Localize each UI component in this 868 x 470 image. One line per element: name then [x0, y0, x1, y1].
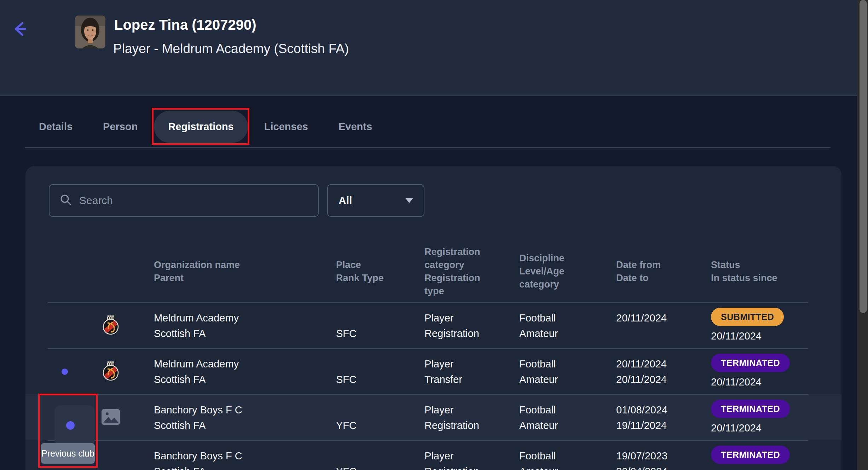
in-status-since: 20/11/2024	[711, 374, 762, 390]
table-row[interactable]: Banchory Boys F C Scottish FA YFC Player…	[48, 394, 808, 440]
previous-club-indicator-hover[interactable]	[54, 405, 95, 446]
discipline-cell: Football Amateur	[519, 441, 616, 470]
indicator-cell	[48, 303, 82, 348]
search-field[interactable]	[49, 184, 319, 217]
in-status-since: 20/11/2024	[711, 328, 762, 344]
page-subtitle: Player - Meldrum Academy (Scottish FA)	[113, 40, 349, 58]
left-arrow-icon	[13, 21, 31, 40]
tabs-divider	[25, 147, 831, 148]
status-badge: TERMINATED	[711, 354, 790, 372]
vertical-scrollbar-thumb[interactable]	[860, 0, 867, 313]
organization-cell: Banchory Boys F C Scottish FA	[154, 395, 336, 440]
page-header: Lopez Tina (1207290) Player - Meldrum Ac…	[0, 0, 868, 96]
column-header-status: Status In status since	[711, 240, 808, 302]
filter-dropdown-value: All	[338, 195, 405, 207]
registration-cell: Player Transfer	[424, 349, 519, 394]
tab-person[interactable]: Person	[89, 111, 152, 143]
column-header-dates: Date from Date to	[616, 240, 711, 302]
column-header-discipline: Discipline Level/Age category	[519, 240, 582, 302]
in-status-since: 20/11/2024	[711, 420, 762, 436]
status-badge: SUBMITTED	[711, 308, 784, 326]
club-logo-cell	[82, 303, 154, 348]
discipline-cell: Football Amateur	[519, 303, 616, 348]
tab-events[interactable]: Events	[324, 111, 386, 143]
previous-club-dot	[62, 369, 68, 375]
place-cell: YFC	[336, 395, 424, 440]
status-cell: TERMINATED 20/11/2024	[711, 349, 808, 394]
page-title: Lopez Tina (1207290)	[114, 16, 256, 34]
registrations-panel: All Organization name Parent Place Rank …	[25, 166, 841, 470]
dates-cell: 19/07/2023 30/04/2024	[616, 441, 711, 470]
table-row[interactable]: Meldrum Academy Scottish FA SFC Player R…	[48, 302, 808, 348]
organization-cell: Meldrum Academy Scottish FA	[154, 303, 336, 348]
meldrum-academy-crest-icon	[103, 361, 119, 382]
registrations-table: Organization name Parent Place Rank Type…	[48, 240, 808, 470]
status-badge: TERMINATED	[711, 446, 790, 464]
player-avatar	[75, 16, 105, 48]
status-badge: TERMINATED	[711, 400, 790, 418]
place-cell: YFC	[336, 441, 424, 470]
tab-licenses[interactable]: Licenses	[250, 111, 322, 143]
registration-cell: Player Registration	[424, 441, 519, 470]
indicator-cell[interactable]	[48, 349, 82, 394]
magnifier-icon	[59, 193, 72, 208]
table-header-row: Organization name Parent Place Rank Type…	[48, 240, 808, 302]
search-input[interactable]	[79, 194, 308, 207]
table-row[interactable]: Banchory Boys F C Scottish FA YFC Player…	[48, 440, 808, 470]
dates-cell: 20/11/2024	[616, 303, 711, 348]
registration-cell: Player Registration	[424, 395, 519, 440]
previous-club-dot	[66, 421, 75, 430]
tab-bar: Details Person Registrations Licenses Ev…	[25, 111, 388, 143]
image-placeholder-icon	[102, 409, 120, 426]
back-button[interactable]	[12, 21, 32, 40]
table-row[interactable]: Meldrum Academy Scottish FA SFC Player T…	[48, 348, 808, 394]
tab-details[interactable]: Details	[25, 111, 87, 143]
status-cell: TERMINATED 20/11/2024	[711, 395, 808, 440]
column-header-organization: Organization name Parent	[154, 240, 336, 302]
organization-cell: Banchory Boys F C Scottish FA	[154, 441, 336, 470]
discipline-cell: Football Amateur	[519, 395, 616, 440]
place-cell: SFC	[336, 349, 424, 394]
place-cell: SFC	[336, 303, 424, 348]
tab-registrations[interactable]: Registrations	[154, 111, 248, 143]
meldrum-academy-crest-icon	[103, 315, 119, 336]
caret-down-icon	[405, 198, 413, 203]
column-header-registration: Registration category Registration type	[424, 240, 497, 302]
status-cell: SUBMITTED 20/11/2024	[711, 303, 808, 348]
column-header-place: Place Rank Type	[336, 240, 424, 302]
dates-cell: 20/11/2024 20/11/2024	[616, 349, 711, 394]
club-logo-cell	[82, 349, 154, 394]
previous-club-tooltip: Previous club	[41, 443, 95, 464]
dates-cell: 01/08/2024 19/11/2024	[616, 395, 711, 440]
discipline-cell: Football Amateur	[519, 349, 616, 394]
status-cell: TERMINATED	[711, 441, 808, 470]
filter-dropdown[interactable]: All	[327, 184, 424, 217]
registration-cell: Player Registration	[424, 303, 519, 348]
organization-cell: Meldrum Academy Scottish FA	[154, 349, 336, 394]
